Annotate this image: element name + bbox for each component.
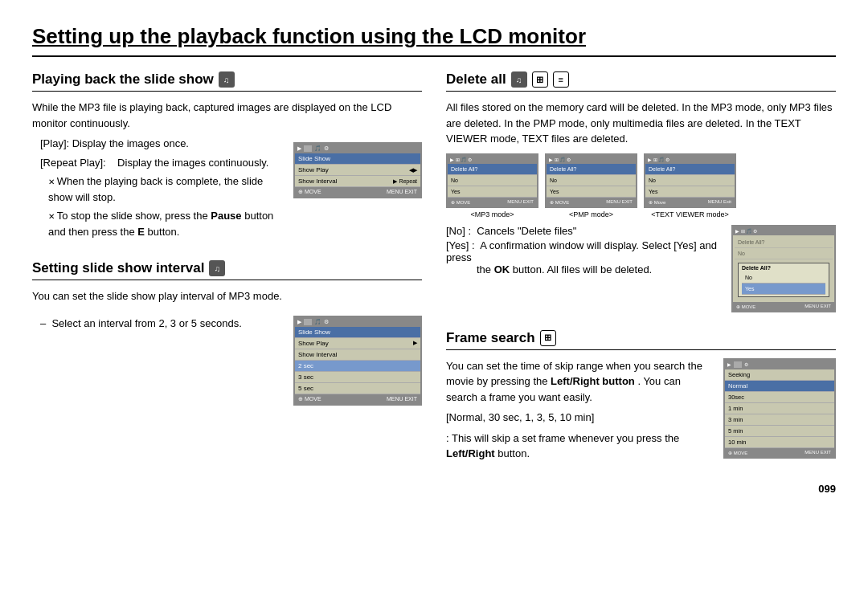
dialog-title: Delete All?	[742, 265, 825, 271]
slide-interval-description: You can set the slide show play interval…	[32, 288, 422, 304]
section-title-delete-all: Delete all ♫ ⊞ ≡	[446, 71, 836, 92]
confirm-overlay-screen: ▶ ⊞ 🎵 ⚙ Delete All? No Delete All?	[731, 225, 836, 312]
delete-box-icon: ⊞	[532, 71, 548, 88]
pmp-mode-screen-wrap: ▶ ⊞ 🎵 ⚙ Delete All? No Yes ⊕ MOVEMENU E	[545, 153, 637, 218]
screen-row-2-slideshow: Slide Show	[295, 327, 420, 338]
delete-list-icon: ≡	[553, 71, 569, 88]
slide-interval-bullet: – Select an interval from 2, 3 or 5 seco…	[40, 316, 280, 332]
mp3-row-deleteall: Delete All?	[448, 164, 537, 175]
textviewer-row-no: No	[645, 175, 735, 186]
slide-interval-screen: ▶ 🎵 ⚙ Slide Show Show Play ▶ Show Interv…	[293, 316, 422, 406]
pmp-row-no: No	[547, 175, 636, 186]
screen-topbar-2: ▶ 🎵 ⚙	[295, 317, 420, 327]
bullet-1: When the playing back is complete, the s…	[48, 173, 280, 205]
bullet-2: To stop the slide show, press the Pause …	[48, 208, 280, 239]
frame-row-1min: 1 min	[725, 403, 834, 414]
frame-row-normal: Normal	[725, 381, 834, 392]
pmp-mode-screen: ▶ ⊞ 🎵 ⚙ Delete All? No Yes ⊕ MOVEMENU E	[545, 153, 637, 208]
pmp-row-deleteall: Delete All?	[547, 164, 636, 175]
left-column: Playing back the slide show ♫ While the …	[32, 71, 422, 467]
mp3-caption: <MP3 mode>	[470, 210, 514, 218]
mp3-row-no: No	[448, 175, 537, 186]
delete-all-description: All files stored on the memory card will…	[446, 100, 836, 147]
mp3-bottombar: ⊕ MOVEMENU EXIT	[448, 198, 537, 206]
mp3-row-yes: Yes	[448, 186, 537, 198]
delete-explanation: [No] : Cancels "Delete files" [Yes] : A …	[446, 225, 836, 312]
frame-search-content: You can set the time of skip range when …	[446, 358, 836, 467]
dialog-no: No	[742, 272, 825, 284]
frame-search-note: : This will skip a set frame whenever yo…	[446, 431, 710, 462]
play-item-2: [Repeat Play]: Display the images contin…	[40, 155, 280, 171]
screen-topbar-1: ▶ 🎵 ⚙	[295, 144, 420, 153]
pmp-caption: <PMP mode>	[569, 210, 613, 218]
frame-search-icon: ⊞	[540, 330, 556, 346]
confirm-bg-row2: No	[735, 248, 833, 259]
mp3-mode-screen: ▶ ⊞ 🎵 ⚙ Delete All? No Yes ⊕ MOVEMENU E	[446, 153, 538, 208]
section-title-playing-back: Playing back the slide show ♫	[32, 71, 422, 92]
music-icon: ♫	[219, 71, 235, 88]
textviewer-bottombar: ⊕ MoveMENU Exit	[645, 198, 735, 206]
confirm-topbar: ▶ ⊞ 🎵 ⚙	[733, 226, 834, 235]
slide-interval-content: – Select an interval from 2, 3 or 5 seco…	[32, 309, 422, 412]
playing-back-screen: ▶ 🎵 ⚙ Slide Show Show Play ◀▶ Show Inter…	[293, 142, 422, 198]
confirm-bottombar: ⊕ MOVEMENU EXIT	[733, 302, 834, 311]
textviewer-row-deleteall: Delete All?	[645, 164, 735, 175]
section-slide-interval: Setting slide show interval ♫ You can se…	[32, 260, 422, 412]
textviewer-topbar: ▶ ⊞ 🎵 ⚙	[645, 155, 735, 164]
screen-row-2sec: 2 sec	[295, 361, 420, 372]
section-title-slide-interval: Setting slide show interval ♫	[32, 260, 422, 280]
delete-all-title: Delete all	[446, 71, 506, 88]
delete-screens-row: ▶ ⊞ 🎵 ⚙ Delete All? No Yes ⊕ MOVEMENU E	[446, 153, 836, 218]
mp3-topbar: ▶ ⊞ 🎵 ⚙	[448, 155, 537, 164]
playing-back-title: Playing back the slide show	[32, 71, 214, 88]
play-item-1: [Play]: Display the images once.	[40, 136, 280, 152]
screen-row-5sec: 5 sec	[295, 383, 420, 394]
section-title-frame-search: Frame search ⊞	[446, 330, 836, 350]
topbar-icon: 🎵	[314, 145, 321, 152]
screen-row-showplay: Show Play ◀▶	[295, 165, 420, 176]
music-icon-2: ♫	[209, 260, 225, 276]
pmp-topbar: ▶ ⊞ 🎵 ⚙	[547, 155, 636, 164]
confirm-body: Delete All? No Delete All? No	[733, 235, 834, 302]
frame-search-description: You can set the time of skip range when …	[446, 358, 710, 406]
textviewer-row-yes: Yes	[645, 186, 735, 198]
textviewer-caption: <TEXT VIEWER mode>	[651, 210, 728, 218]
frame-row-30sec: 30sec	[725, 392, 834, 403]
topbar-icon: ⚙	[324, 145, 329, 152]
confirm-dialog: Delete All? No Yes	[738, 263, 829, 297]
mp3-mode-screen-wrap: ▶ ⊞ 🎵 ⚙ Delete All? No Yes ⊕ MOVEMENU E	[446, 153, 538, 218]
textviewer-mode-screen: ▶ ⊞ 🎵 ⚙ Delete All? No Yes ⊕ MoveMENU E	[644, 153, 736, 208]
frame-search-screen: ▶ ⚙ Seeking Normal 30sec 1 min	[723, 358, 836, 459]
confirm-bg-row1: Delete All?	[735, 237, 833, 248]
screen-row-interval: Show Interval ▶ Repeat	[295, 176, 420, 187]
page-number: 099	[32, 483, 836, 495]
no-yes-text: [No] : Cancels "Delete files" [Yes] : A …	[446, 225, 719, 278]
pmp-row-yes: Yes	[547, 186, 636, 198]
slide-interval-text: – Select an interval from 2, 3 or 5 seco…	[32, 309, 280, 337]
frame-search-text: You can set the time of skip range when …	[446, 358, 710, 467]
screen-row-2-showplay: Show Play ▶	[295, 338, 420, 349]
pmp-bottombar: ⊕ MOVEMENU EXIT	[547, 198, 636, 206]
playing-back-text: [Play]: Display the images once. [Repeat…	[32, 136, 280, 243]
screen-row-slideshow: Slide Show	[295, 153, 420, 165]
section-playing-back: Playing back the slide show ♫ While the …	[32, 71, 422, 243]
slide-interval-title: Setting slide show interval	[32, 260, 204, 276]
frame-topbar: ▶ ⚙	[725, 360, 834, 369]
frame-row-10min: 10 min	[725, 437, 834, 448]
playing-back-description: While the MP3 file is playing back, capt…	[32, 100, 422, 131]
playing-back-content: [Play]: Display the images once. [Repeat…	[32, 136, 422, 243]
right-column: Delete all ♫ ⊞ ≡ All files stored on the…	[446, 71, 836, 467]
page-title: Setting up the playback function using t…	[32, 24, 836, 57]
frame-bottombar: ⊕ MOVEMENU EXIT	[725, 448, 834, 457]
section-frame-search: Frame search ⊞ You can set the time of s…	[446, 330, 836, 467]
screen-bottombar-1: ⊕ MOVE MENU EXIT	[295, 187, 420, 197]
frame-row-5min: 5 min	[725, 426, 834, 437]
no-line: [No] : Cancels "Delete files"	[446, 225, 719, 237]
yes-line: [Yes] : A confirmation window will displ…	[446, 239, 719, 275]
delete-music-icon: ♫	[511, 71, 527, 88]
frame-search-options: [Normal, 30 sec, 1, 3, 5, 10 min]	[446, 410, 710, 426]
textviewer-mode-screen-wrap: ▶ ⊞ 🎵 ⚙ Delete All? No Yes ⊕ MoveMENU E	[644, 153, 736, 218]
screen-bottombar-2: ⊕ MOVE MENU EXIT	[295, 394, 420, 404]
frame-row-seeking: Seeking	[725, 369, 834, 381]
dialog-yes: Yes	[742, 284, 825, 295]
